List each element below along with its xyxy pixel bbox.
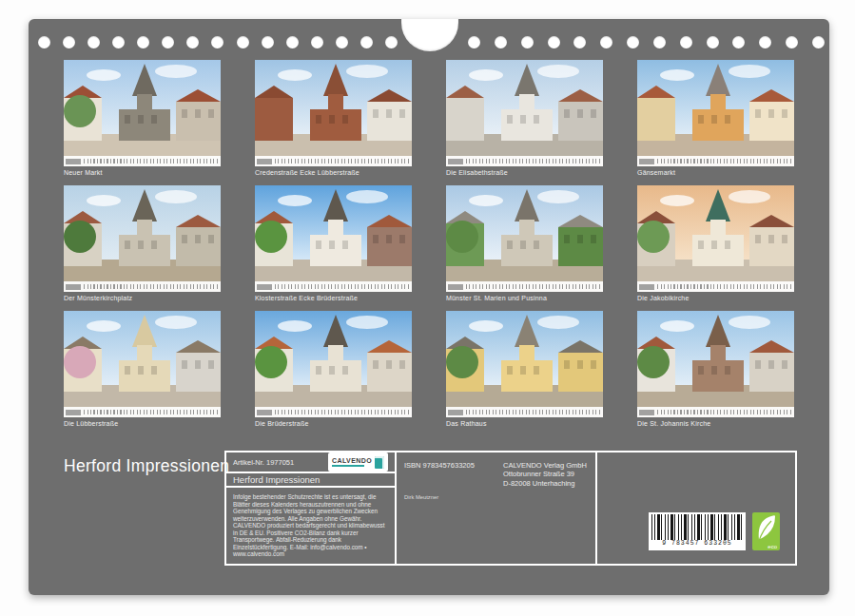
townscape-illustration xyxy=(637,60,794,166)
mini-calendar-strip xyxy=(637,407,794,417)
townscape-illustration xyxy=(255,60,412,166)
photo-caption: Münster St. Marien und Pusinna xyxy=(446,295,603,301)
photo-cell: Münster St. Marien und Pusinna xyxy=(446,185,603,301)
calvendo-logo-text: CALVENDO xyxy=(332,457,372,464)
info-box-middle-column: ISBN 9783457633205 CALVENDO Verlag GmbH … xyxy=(397,452,597,564)
photo-thumbnail xyxy=(255,60,412,166)
mini-calendar-strip xyxy=(255,281,412,292)
photo-caption: Die St. Johannis Kirche xyxy=(637,420,794,427)
legal-text: Infolge bestehender Schutzrechte ist es … xyxy=(226,488,395,564)
photo-caption: Das Rathaus xyxy=(446,420,603,427)
townscape-illustration xyxy=(446,311,603,417)
mini-calendar-strip xyxy=(446,407,603,417)
author-name: Dirk Meutzner xyxy=(404,494,438,500)
publisher-city: D-82008 Unterhaching xyxy=(503,479,587,488)
photo-thumbnail xyxy=(64,311,221,417)
barcode-bars xyxy=(651,514,743,540)
photo-thumbnail xyxy=(637,60,794,166)
photo-caption: Die Elisabethstraße xyxy=(446,169,603,176)
info-box: Artikel-Nr. 1977051 CALVENDO Herford Imp… xyxy=(224,451,797,566)
photo-thumbnail xyxy=(446,311,603,417)
calendar-sheet: Neuer Markt Credenstraße Ecke Lübberstra… xyxy=(29,19,829,595)
barcode-digits: 9 783457 633205 xyxy=(651,540,743,548)
leaf-icon xyxy=(755,514,777,543)
townscape-illustration xyxy=(64,185,221,292)
photo-grid: Neuer Markt Credenstraße Ecke Lübberstra… xyxy=(64,60,796,427)
photo-caption: Die Lübberstraße xyxy=(64,420,221,427)
photo-cell: Klosterstraße Ecke Brüderstraße xyxy=(255,185,412,301)
publisher-street: Ottobrunner Straße 39 xyxy=(503,470,587,478)
photo-caption: Der Münsterkirchplatz xyxy=(64,295,221,301)
mini-calendar-strip xyxy=(637,281,794,292)
photo-caption: Klosterstraße Ecke Brüderstraße xyxy=(255,295,412,301)
photo-cell: Der Münsterkirchplatz xyxy=(64,185,221,301)
info-box-left-column: Artikel-Nr. 1977051 CALVENDO Herford Imp… xyxy=(226,452,397,564)
photo-cell: Die Lübberstraße xyxy=(64,311,221,427)
spiral-binding-holes-left xyxy=(38,36,398,48)
photo-caption: Neuer Markt xyxy=(64,169,221,176)
photo-thumbnail xyxy=(637,311,794,417)
photo-caption: Gänsemarkt xyxy=(637,169,794,176)
mini-calendar-strip xyxy=(446,156,603,166)
mini-calendar-strip xyxy=(64,281,221,292)
townscape-illustration xyxy=(446,60,603,166)
photo-cell: Die St. Johannis Kirche xyxy=(637,311,794,427)
calendar-title: Herford Impressionen xyxy=(64,456,229,476)
calvendo-logo-icon xyxy=(375,456,384,469)
photo-thumbnail xyxy=(446,185,603,292)
photo-cell: Gänsemarkt xyxy=(637,60,794,176)
mini-calendar-strip xyxy=(64,156,221,166)
calendar-back-page: Neuer Markt Credenstraße Ecke Lübberstra… xyxy=(0,0,855,616)
photo-caption: Die Brüderstraße xyxy=(255,420,412,427)
calvendo-logo: CALVENDO xyxy=(328,452,388,472)
photo-thumbnail xyxy=(255,185,412,292)
photo-thumbnail xyxy=(446,60,603,166)
photo-cell: Credenstraße Ecke Lübberstraße xyxy=(255,60,412,176)
box-title: Herford Impressionen xyxy=(226,473,395,488)
mini-calendar-strip xyxy=(255,156,412,166)
barcode: 9 783457 633205 xyxy=(649,512,746,550)
photo-thumbnail xyxy=(64,185,221,292)
info-box-right-column: 9 783457 633205 eco xyxy=(597,452,795,564)
mini-calendar-strip xyxy=(446,281,603,292)
townscape-illustration xyxy=(637,185,794,292)
photo-thumbnail xyxy=(637,185,794,292)
hanger-notch xyxy=(401,19,458,51)
townscape-illustration xyxy=(255,185,412,292)
publisher-name: CALVENDO Verlag GmbH xyxy=(503,461,587,470)
townscape-illustration xyxy=(64,60,221,166)
photo-thumbnail xyxy=(64,60,221,166)
townscape-illustration xyxy=(637,311,794,417)
photo-cell: Neuer Markt xyxy=(64,60,221,176)
eco-logo: eco xyxy=(752,512,780,550)
photo-cell: Das Rathaus xyxy=(446,311,603,427)
photo-caption: Die Jakobikirche xyxy=(637,295,794,301)
isbn-text: ISBN 9783457633205 xyxy=(404,461,475,470)
photo-cell: Die Jakobikirche xyxy=(637,185,794,301)
mini-calendar-strip xyxy=(255,407,412,417)
townscape-illustration xyxy=(446,185,603,292)
townscape-illustration xyxy=(64,311,221,417)
photo-cell: Die Brüderstraße xyxy=(255,311,412,427)
spiral-binding-holes-right xyxy=(468,36,825,48)
calvendo-logo-tagline xyxy=(332,465,364,467)
photo-caption: Credenstraße Ecke Lübberstraße xyxy=(255,169,412,176)
article-number: Artikel-Nr. 1977051 xyxy=(233,458,294,467)
mini-calendar-strip xyxy=(64,407,221,417)
photo-thumbnail xyxy=(255,311,412,417)
eco-label: eco xyxy=(768,544,777,549)
article-number-row: Artikel-Nr. 1977051 CALVENDO xyxy=(226,452,395,473)
mini-calendar-strip xyxy=(637,156,794,166)
photo-cell: Die Elisabethstraße xyxy=(446,60,603,176)
publisher-address: CALVENDO Verlag GmbH Ottobrunner Straße … xyxy=(503,461,587,488)
townscape-illustration xyxy=(255,311,412,417)
